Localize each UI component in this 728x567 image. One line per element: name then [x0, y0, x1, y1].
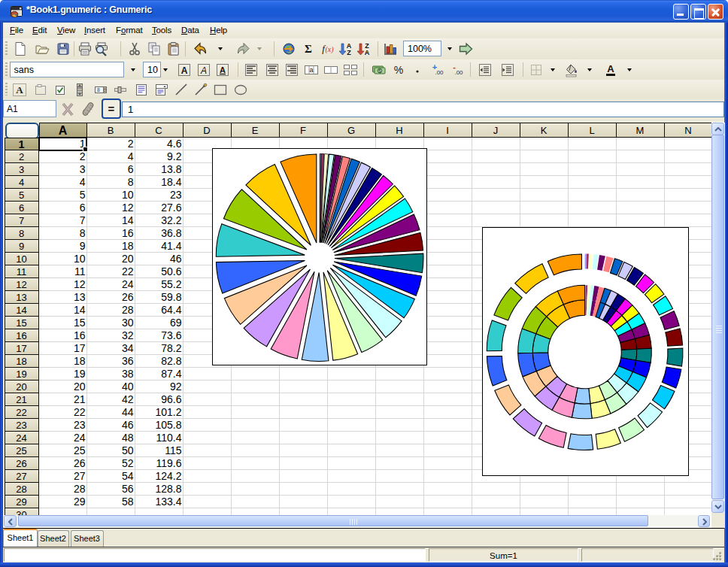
- svg-text:A: A: [200, 65, 207, 75]
- svg-text:Z: Z: [347, 49, 351, 56]
- svg-text:%: %: [393, 64, 402, 76]
- svg-text:Σ: Σ: [305, 43, 312, 55]
- svg-text:a: a: [309, 66, 313, 74]
- svg-text:A: A: [220, 65, 226, 74]
- svg-text:8: 8: [97, 87, 100, 92]
- svg-text:$: $: [378, 68, 381, 73]
- svg-text:.00: .00: [454, 69, 463, 76]
- svg-text:(x): (x): [325, 45, 334, 54]
- svg-text:A: A: [607, 63, 614, 74]
- svg-text:A: A: [181, 65, 188, 75]
- svg-text:.00: .00: [435, 69, 444, 76]
- svg-text:A: A: [16, 84, 23, 96]
- svg-text:A: A: [365, 49, 370, 56]
